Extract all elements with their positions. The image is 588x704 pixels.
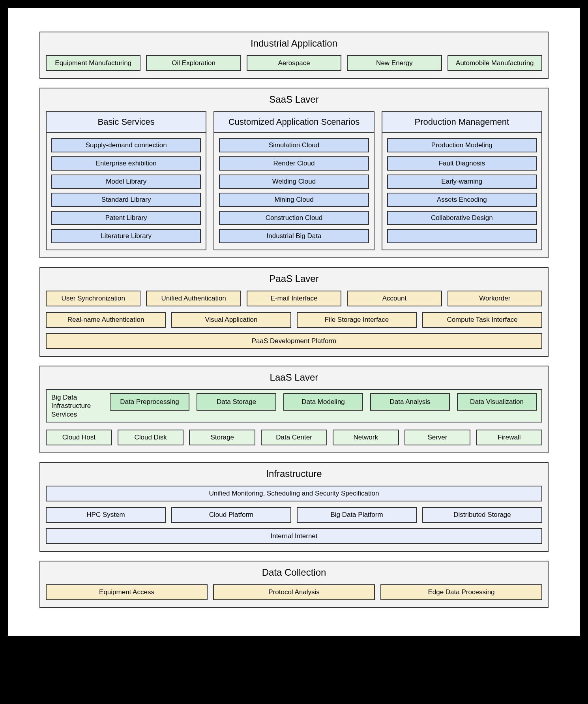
paas-item: Unified Authentication bbox=[146, 291, 241, 306]
saas-item-empty bbox=[387, 229, 537, 243]
paas-platform: PaaS Development Platform bbox=[46, 333, 542, 349]
paas-item: E-mail Interface bbox=[247, 291, 341, 306]
saas-col-title: Customized Application Scenarios bbox=[214, 112, 373, 133]
laas-bigdata-label: Big Data Infrastructure Services bbox=[51, 393, 103, 419]
laas-item: Cloud Disk bbox=[118, 430, 184, 445]
laas-item: Network bbox=[333, 430, 399, 445]
saas-col-custom: Customized Application Scenarios Simulat… bbox=[213, 111, 374, 250]
layer-saas: SaaS Laver Basic Services Supply-demand … bbox=[39, 88, 549, 258]
industrial-item: Automobile Manufacturing bbox=[448, 55, 542, 71]
laas-item: Cloud Host bbox=[46, 430, 112, 445]
layer-title-paas: PaaS Laver bbox=[46, 273, 542, 284]
saas-item: Collaborative Design bbox=[387, 211, 537, 225]
laas-item: Data Center bbox=[261, 430, 327, 445]
industrial-item: Oil Exploration bbox=[146, 55, 241, 71]
layer-title-saas: SaaS Laver bbox=[46, 94, 542, 105]
infra-item: HPC System bbox=[46, 507, 166, 523]
infra-item: Distributed Storage bbox=[422, 507, 542, 523]
layer-title-industrial: Industrial Application bbox=[46, 38, 542, 49]
infra-item: Big Data Platform bbox=[297, 507, 417, 523]
laas-bigdata-item: Data Analysis bbox=[370, 393, 450, 411]
saas-item: Supply-demand connection bbox=[51, 138, 201, 152]
saas-col-title: Production Management bbox=[382, 112, 541, 133]
saas-item: Industrial Big Data bbox=[219, 229, 369, 243]
paas-item: Real-name Authentication bbox=[46, 312, 166, 328]
layer-industrial: Industrial Application Equipment Manufac… bbox=[39, 32, 549, 79]
saas-item: Fault Diagnosis bbox=[387, 156, 537, 171]
layer-title-datacollection: Data Collection bbox=[46, 567, 542, 578]
saas-col-title: Basic Services bbox=[47, 112, 206, 133]
laas-bigdata-item: Data Visualization bbox=[457, 393, 537, 411]
saas-item: Early-warning bbox=[387, 175, 537, 189]
datacollection-item: Equipment Access bbox=[46, 584, 208, 600]
industrial-item: Aerospace bbox=[247, 55, 341, 71]
saas-item: Literature Library bbox=[51, 229, 201, 243]
saas-item: Model Library bbox=[51, 175, 201, 189]
saas-item: Render Cloud bbox=[219, 156, 369, 171]
saas-item: Assets Encoding bbox=[387, 193, 537, 207]
industrial-item: New Energy bbox=[347, 55, 442, 71]
datacollection-item: Protocol Analysis bbox=[213, 584, 375, 600]
architecture-diagram: Industrial Application Equipment Manufac… bbox=[8, 8, 580, 636]
infra-top: Unified Monitoring, Scheduling and Secur… bbox=[46, 486, 542, 501]
infra-item: Cloud Platform bbox=[171, 507, 291, 523]
infra-bottom: Internal Internet bbox=[46, 528, 542, 544]
laas-bigdata-item: Data Modeling bbox=[283, 393, 363, 411]
saas-item: Enterprise exhibition bbox=[51, 156, 201, 171]
saas-col-basic: Basic Services Supply-demand connection … bbox=[46, 111, 206, 250]
laas-item: Storage bbox=[189, 430, 255, 445]
laas-item: Firewall bbox=[476, 430, 542, 445]
paas-item: Workorder bbox=[448, 291, 542, 306]
laas-item: Server bbox=[404, 430, 471, 445]
layer-laas: LaaS Laver Big Data Infrastructure Servi… bbox=[39, 366, 549, 453]
laas-bigdata-strip: Big Data Infrastructure Services Data Pr… bbox=[46, 389, 542, 422]
saas-col-production: Production Management Production Modelin… bbox=[382, 111, 542, 250]
laas-bigdata-item: Data Storage bbox=[197, 393, 276, 411]
saas-item: Mining Cloud bbox=[219, 193, 369, 207]
layer-title-infra: Infrastructure bbox=[46, 468, 542, 479]
laas-bigdata-item: Data Preprocessing bbox=[110, 393, 189, 411]
saas-item: Patent Library bbox=[51, 211, 201, 225]
paas-item: Compute Task Interface bbox=[422, 312, 542, 328]
datacollection-item: Edge Data Processing bbox=[380, 584, 542, 600]
layer-infra: Infrastructure Unified Monitoring, Sched… bbox=[39, 462, 549, 552]
paas-item: Visual Application bbox=[171, 312, 291, 328]
paas-item: Account bbox=[347, 291, 442, 306]
layer-title-laas: LaaS Laver bbox=[46, 372, 542, 383]
saas-item: Standard Library bbox=[51, 193, 201, 207]
saas-item: Production Modeling bbox=[387, 138, 537, 152]
industrial-item: Equipment Manufacturing bbox=[46, 55, 140, 71]
saas-item: Construction Cloud bbox=[219, 211, 369, 225]
layer-paas: PaaS Laver User Synchronization Unified … bbox=[39, 267, 549, 357]
saas-item: Welding Cloud bbox=[219, 175, 369, 189]
paas-item: User Synchronization bbox=[46, 291, 140, 306]
paas-item: File Storage Interface bbox=[297, 312, 417, 328]
layer-datacollection: Data Collection Equipment Access Protoco… bbox=[39, 561, 549, 608]
saas-item: Simulation Cloud bbox=[219, 138, 369, 152]
